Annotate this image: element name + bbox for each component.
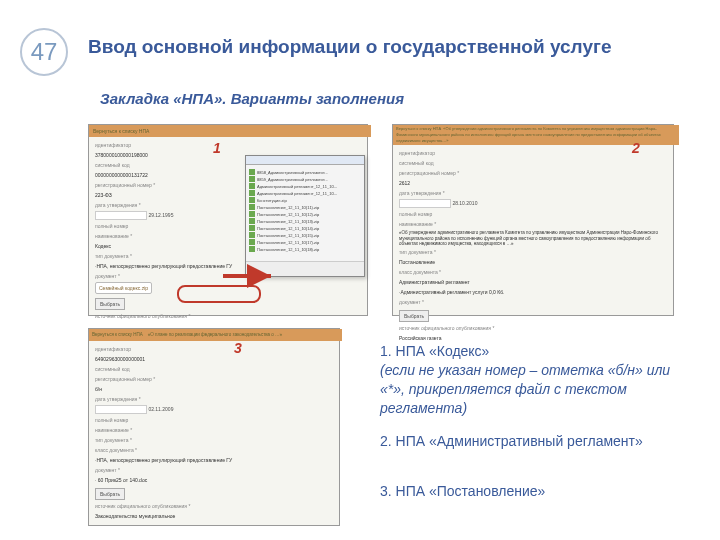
note-1-body: (если не указан номер – отметка «б/н» ил… bbox=[380, 361, 680, 418]
form-row: 28.10.2010 bbox=[399, 199, 667, 208]
file-item[interactable]: Постановление_12_11_10(18).zip bbox=[249, 246, 361, 252]
form-row: тип документа * bbox=[95, 436, 333, 444]
bar-text: «О плане по реализации федерального зако… bbox=[148, 332, 282, 337]
form-row: 2612 bbox=[399, 179, 667, 187]
bar-link[interactable]: Вернуться к списку НПА bbox=[92, 332, 143, 337]
form-row: Выбрать bbox=[399, 308, 667, 322]
file-icon bbox=[249, 169, 255, 175]
shot3-body: идентификатор 649029630000000001 системн… bbox=[89, 341, 339, 526]
choose-button[interactable]: Выбрать bbox=[95, 298, 125, 310]
attachment-chip[interactable]: Семейный кодекс.zip bbox=[95, 282, 152, 294]
form-row: источник официального опубликования * bbox=[95, 502, 333, 510]
form-row: полный номер bbox=[95, 416, 333, 424]
screenshot-3: Вернуться к списку НПА «О плане по реали… bbox=[88, 328, 340, 526]
file-icon bbox=[249, 232, 255, 238]
form-row: «Об утверждении административного реглам… bbox=[399, 230, 667, 246]
form-row: полный номер bbox=[399, 210, 667, 218]
file-icon bbox=[249, 246, 255, 252]
file-icon bbox=[249, 211, 255, 217]
date-field[interactable] bbox=[399, 199, 451, 208]
file-icon bbox=[249, 190, 255, 196]
date-field[interactable] bbox=[95, 405, 147, 414]
file-icon bbox=[249, 183, 255, 189]
badge-1: 1 bbox=[213, 140, 221, 156]
file-item[interactable]: Постановление_12_11_10(17).zip bbox=[249, 239, 361, 245]
form-row: класс документа * bbox=[95, 446, 333, 454]
form-row: документ * bbox=[399, 298, 667, 306]
file-icon bbox=[249, 197, 255, 203]
file-item[interactable]: 8859_Административный регламент... bbox=[249, 176, 361, 182]
form-row: системный код bbox=[399, 159, 667, 167]
form-row: наименование * bbox=[399, 220, 667, 228]
note-3: 3. НПА «Постановление» bbox=[380, 482, 680, 501]
form-row: документ * bbox=[95, 466, 333, 474]
form-row: класс документа * bbox=[399, 268, 667, 276]
form-row: Законодательство муниципальное bbox=[95, 512, 333, 520]
form-row: Административный регламент bbox=[399, 278, 667, 286]
badge-3: 3 bbox=[234, 340, 242, 356]
red-arrow bbox=[223, 256, 283, 296]
file-item[interactable]: Постановление_12_11_10(15).zip bbox=[249, 232, 361, 238]
file-item[interactable]: Постановление_12_11_10(11).zip bbox=[249, 204, 361, 210]
form-row: ·НПА, непосредственно регулирующий предо… bbox=[95, 456, 333, 464]
date-value: 02.11.2009 bbox=[148, 406, 173, 412]
bar-link[interactable]: Вернуться к списку НПА bbox=[396, 126, 441, 131]
file-icon bbox=[249, 204, 255, 210]
shot1-bar: Вернуться к списку НПА bbox=[89, 125, 371, 137]
form-row: дата утверждения * bbox=[399, 189, 667, 197]
file-icon bbox=[249, 218, 255, 224]
form-row: идентификатор bbox=[95, 345, 333, 353]
form-row: дата утверждения * bbox=[95, 395, 333, 403]
shot2-body: идентификатор системный код регистрацион… bbox=[393, 145, 673, 348]
file-item[interactable]: Постановление_12_11_10(14).zip bbox=[249, 225, 361, 231]
note-1-title: 1. НПА «Кодекс» bbox=[380, 342, 680, 361]
form-row: идентификатор bbox=[95, 141, 361, 149]
form-row: Выбрать bbox=[95, 486, 333, 500]
file-item[interactable]: 8858_Административный регламент... bbox=[249, 169, 361, 175]
form-row: идентификатор bbox=[399, 149, 667, 157]
badge-2: 2 bbox=[632, 140, 640, 156]
form-row: Постановление bbox=[399, 258, 667, 266]
choose-button[interactable]: Выбрать bbox=[95, 488, 125, 500]
slide-number: 47 bbox=[20, 28, 68, 76]
form-row: · 60 Прик25 от 140.doc bbox=[95, 476, 333, 484]
date-value: 28.10.2010 bbox=[452, 200, 477, 206]
form-row: наименование * bbox=[95, 426, 333, 434]
form-row: источник официального опубликования * bbox=[95, 312, 361, 320]
page-title: Ввод основной информации о государственн… bbox=[88, 36, 611, 58]
form-row: тип документа * bbox=[399, 248, 667, 256]
file-item[interactable]: Административный регламент_12_11_10... bbox=[249, 183, 361, 189]
file-item[interactable]: Постановление_12_11_10(13).zip bbox=[249, 218, 361, 224]
form-row: регистрационный номер * bbox=[95, 375, 333, 383]
form-row: системный код bbox=[95, 365, 333, 373]
choose-button[interactable]: Выбрать bbox=[399, 310, 429, 322]
note-1: 1. НПА «Кодекс» (если не указан номер – … bbox=[380, 342, 680, 418]
form-row: регистрационный номер * bbox=[399, 169, 667, 177]
file-item[interactable]: Административный регламент_12_11_10... bbox=[249, 190, 361, 196]
note-2: 2. НПА «Административный регламент» bbox=[380, 432, 680, 451]
form-row: б/н bbox=[95, 385, 333, 393]
page-subtitle: Закладка «НПА». Варианты заполнения bbox=[100, 90, 404, 107]
date-field[interactable] bbox=[95, 211, 147, 220]
date-value: 29.12.1995 bbox=[148, 212, 173, 218]
shot3-bar: Вернуться к списку НПА «О плане по реали… bbox=[89, 329, 342, 341]
form-row: 649029630000000001 bbox=[95, 355, 333, 363]
file-item[interactable]: Постановление_12_11_10(12).zip bbox=[249, 211, 361, 217]
file-icon bbox=[249, 225, 255, 231]
file-dialog-titlebar bbox=[246, 156, 364, 165]
form-row: ·Административный регламент услуги 0,0 К… bbox=[399, 288, 667, 296]
file-dialog-body: 8858_Административный регламент... 8859_… bbox=[246, 165, 364, 256]
file-icon bbox=[249, 239, 255, 245]
form-row: 02.11.2009 bbox=[95, 405, 333, 414]
file-icon bbox=[249, 176, 255, 182]
form-row: источник официального опубликования * bbox=[399, 324, 667, 332]
file-item[interactable]: Конституция.zip bbox=[249, 197, 361, 203]
